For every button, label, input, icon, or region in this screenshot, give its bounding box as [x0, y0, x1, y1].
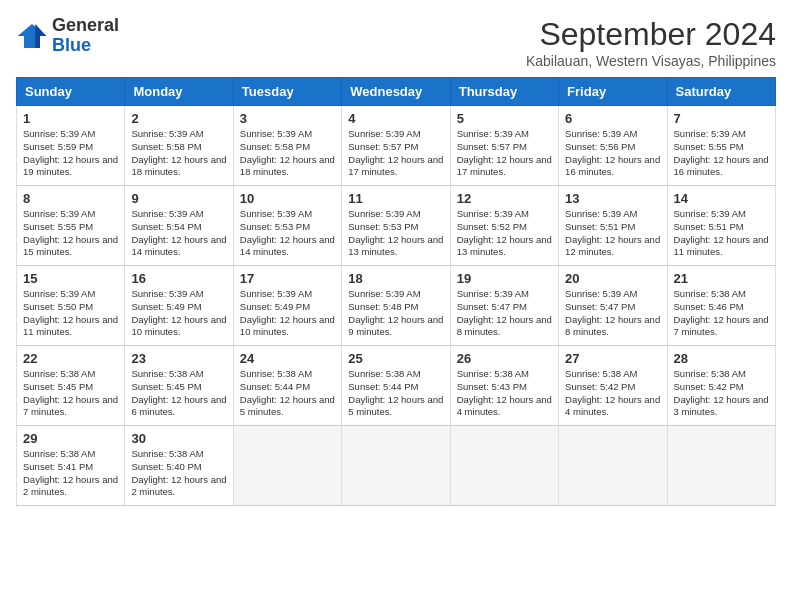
day-number: 18: [348, 271, 443, 286]
day-info: Sunrise: 5:39 AMSunset: 5:57 PMDaylight:…: [348, 128, 443, 179]
day-cell: 7Sunrise: 5:39 AMSunset: 5:55 PMDaylight…: [667, 106, 775, 186]
day-info: Sunrise: 5:39 AMSunset: 5:47 PMDaylight:…: [565, 288, 660, 339]
day-cell: 17Sunrise: 5:39 AMSunset: 5:49 PMDayligh…: [233, 266, 341, 346]
day-cell: 27Sunrise: 5:38 AMSunset: 5:42 PMDayligh…: [559, 346, 667, 426]
day-number: 8: [23, 191, 118, 206]
day-number: 20: [565, 271, 660, 286]
weekday-header-saturday: Saturday: [667, 78, 775, 106]
day-number: 2: [131, 111, 226, 126]
day-cell: 8Sunrise: 5:39 AMSunset: 5:55 PMDaylight…: [17, 186, 125, 266]
location: Kabilauan, Western Visayas, Philippines: [526, 53, 776, 69]
day-cell: 4Sunrise: 5:39 AMSunset: 5:57 PMDaylight…: [342, 106, 450, 186]
day-cell: 29Sunrise: 5:38 AMSunset: 5:41 PMDayligh…: [17, 426, 125, 506]
logo-icon: [16, 20, 48, 52]
weekday-header-tuesday: Tuesday: [233, 78, 341, 106]
day-info: Sunrise: 5:38 AMSunset: 5:40 PMDaylight:…: [131, 448, 226, 499]
day-number: 11: [348, 191, 443, 206]
day-number: 15: [23, 271, 118, 286]
day-info: Sunrise: 5:39 AMSunset: 5:51 PMDaylight:…: [565, 208, 660, 259]
day-cell: 18Sunrise: 5:39 AMSunset: 5:48 PMDayligh…: [342, 266, 450, 346]
day-cell: [233, 426, 341, 506]
day-info: Sunrise: 5:38 AMSunset: 5:46 PMDaylight:…: [674, 288, 769, 339]
day-cell: 10Sunrise: 5:39 AMSunset: 5:53 PMDayligh…: [233, 186, 341, 266]
day-info: Sunrise: 5:39 AMSunset: 5:47 PMDaylight:…: [457, 288, 552, 339]
day-cell: 25Sunrise: 5:38 AMSunset: 5:44 PMDayligh…: [342, 346, 450, 426]
title-block: September 2024 Kabilauan, Western Visaya…: [526, 16, 776, 69]
day-cell: 5Sunrise: 5:39 AMSunset: 5:57 PMDaylight…: [450, 106, 558, 186]
day-cell: 14Sunrise: 5:39 AMSunset: 5:51 PMDayligh…: [667, 186, 775, 266]
day-cell: 15Sunrise: 5:39 AMSunset: 5:50 PMDayligh…: [17, 266, 125, 346]
logo: General Blue: [16, 16, 119, 56]
day-info: Sunrise: 5:39 AMSunset: 5:50 PMDaylight:…: [23, 288, 118, 339]
day-number: 13: [565, 191, 660, 206]
day-info: Sunrise: 5:39 AMSunset: 5:57 PMDaylight:…: [457, 128, 552, 179]
day-info: Sunrise: 5:39 AMSunset: 5:59 PMDaylight:…: [23, 128, 118, 179]
day-number: 5: [457, 111, 552, 126]
day-cell: 20Sunrise: 5:39 AMSunset: 5:47 PMDayligh…: [559, 266, 667, 346]
logo-text: General Blue: [52, 16, 119, 56]
day-number: 12: [457, 191, 552, 206]
day-info: Sunrise: 5:39 AMSunset: 5:54 PMDaylight:…: [131, 208, 226, 259]
day-info: Sunrise: 5:39 AMSunset: 5:55 PMDaylight:…: [23, 208, 118, 259]
day-info: Sunrise: 5:39 AMSunset: 5:49 PMDaylight:…: [240, 288, 335, 339]
day-number: 19: [457, 271, 552, 286]
day-cell: [450, 426, 558, 506]
weekday-header-thursday: Thursday: [450, 78, 558, 106]
day-cell: 12Sunrise: 5:39 AMSunset: 5:52 PMDayligh…: [450, 186, 558, 266]
day-cell: 26Sunrise: 5:38 AMSunset: 5:43 PMDayligh…: [450, 346, 558, 426]
day-info: Sunrise: 5:38 AMSunset: 5:44 PMDaylight:…: [240, 368, 335, 419]
day-number: 16: [131, 271, 226, 286]
day-number: 9: [131, 191, 226, 206]
weekday-header-sunday: Sunday: [17, 78, 125, 106]
day-number: 30: [131, 431, 226, 446]
day-info: Sunrise: 5:38 AMSunset: 5:42 PMDaylight:…: [565, 368, 660, 419]
week-row-3: 15Sunrise: 5:39 AMSunset: 5:50 PMDayligh…: [17, 266, 776, 346]
week-row-2: 8Sunrise: 5:39 AMSunset: 5:55 PMDaylight…: [17, 186, 776, 266]
day-info: Sunrise: 5:39 AMSunset: 5:49 PMDaylight:…: [131, 288, 226, 339]
day-cell: 28Sunrise: 5:38 AMSunset: 5:42 PMDayligh…: [667, 346, 775, 426]
day-cell: 6Sunrise: 5:39 AMSunset: 5:56 PMDaylight…: [559, 106, 667, 186]
week-row-4: 22Sunrise: 5:38 AMSunset: 5:45 PMDayligh…: [17, 346, 776, 426]
day-cell: 19Sunrise: 5:39 AMSunset: 5:47 PMDayligh…: [450, 266, 558, 346]
day-number: 29: [23, 431, 118, 446]
day-info: Sunrise: 5:39 AMSunset: 5:53 PMDaylight:…: [348, 208, 443, 259]
day-info: Sunrise: 5:39 AMSunset: 5:56 PMDaylight:…: [565, 128, 660, 179]
day-number: 1: [23, 111, 118, 126]
day-info: Sunrise: 5:39 AMSunset: 5:53 PMDaylight:…: [240, 208, 335, 259]
day-number: 23: [131, 351, 226, 366]
day-number: 10: [240, 191, 335, 206]
day-info: Sunrise: 5:38 AMSunset: 5:45 PMDaylight:…: [131, 368, 226, 419]
day-cell: 21Sunrise: 5:38 AMSunset: 5:46 PMDayligh…: [667, 266, 775, 346]
svg-marker-1: [35, 24, 46, 48]
day-number: 22: [23, 351, 118, 366]
day-info: Sunrise: 5:39 AMSunset: 5:58 PMDaylight:…: [131, 128, 226, 179]
day-number: 4: [348, 111, 443, 126]
day-number: 17: [240, 271, 335, 286]
day-cell: 11Sunrise: 5:39 AMSunset: 5:53 PMDayligh…: [342, 186, 450, 266]
day-info: Sunrise: 5:39 AMSunset: 5:48 PMDaylight:…: [348, 288, 443, 339]
day-number: 14: [674, 191, 769, 206]
day-info: Sunrise: 5:38 AMSunset: 5:41 PMDaylight:…: [23, 448, 118, 499]
day-info: Sunrise: 5:38 AMSunset: 5:45 PMDaylight:…: [23, 368, 118, 419]
weekday-header-wednesday: Wednesday: [342, 78, 450, 106]
day-cell: 30Sunrise: 5:38 AMSunset: 5:40 PMDayligh…: [125, 426, 233, 506]
weekday-header-monday: Monday: [125, 78, 233, 106]
calendar-table: SundayMondayTuesdayWednesdayThursdayFrid…: [16, 77, 776, 506]
day-cell: 13Sunrise: 5:39 AMSunset: 5:51 PMDayligh…: [559, 186, 667, 266]
day-info: Sunrise: 5:38 AMSunset: 5:44 PMDaylight:…: [348, 368, 443, 419]
day-number: 25: [348, 351, 443, 366]
day-number: 27: [565, 351, 660, 366]
day-info: Sunrise: 5:39 AMSunset: 5:52 PMDaylight:…: [457, 208, 552, 259]
day-cell: 2Sunrise: 5:39 AMSunset: 5:58 PMDaylight…: [125, 106, 233, 186]
week-row-1: 1Sunrise: 5:39 AMSunset: 5:59 PMDaylight…: [17, 106, 776, 186]
month-title: September 2024: [526, 16, 776, 53]
weekday-header-row: SundayMondayTuesdayWednesdayThursdayFrid…: [17, 78, 776, 106]
day-number: 26: [457, 351, 552, 366]
day-info: Sunrise: 5:38 AMSunset: 5:43 PMDaylight:…: [457, 368, 552, 419]
day-cell: 22Sunrise: 5:38 AMSunset: 5:45 PMDayligh…: [17, 346, 125, 426]
day-info: Sunrise: 5:39 AMSunset: 5:51 PMDaylight:…: [674, 208, 769, 259]
day-cell: 3Sunrise: 5:39 AMSunset: 5:58 PMDaylight…: [233, 106, 341, 186]
day-info: Sunrise: 5:38 AMSunset: 5:42 PMDaylight:…: [674, 368, 769, 419]
day-cell: 23Sunrise: 5:38 AMSunset: 5:45 PMDayligh…: [125, 346, 233, 426]
day-number: 7: [674, 111, 769, 126]
